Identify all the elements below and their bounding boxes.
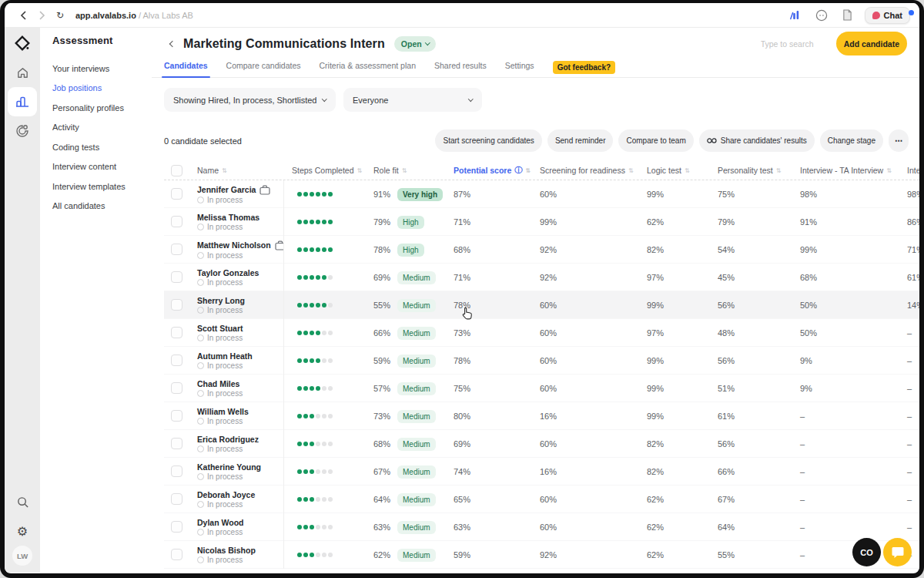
sidebar-item-all-candidates[interactable]: All candidates: [52, 197, 152, 217]
column-header-personality-test[interactable]: Personality test⇅: [711, 166, 796, 175]
feedback-badge[interactable]: Got feedback?: [553, 61, 615, 74]
potential-score-value[interactable]: 80%: [450, 412, 534, 421]
table-row[interactable]: Melissa Thomas In process 79%High 71% 99…: [164, 208, 919, 236]
potential-score-value[interactable]: 65%: [450, 495, 534, 504]
column-header-screening[interactable]: Screening for readiness⇅: [534, 166, 643, 175]
row-checkbox[interactable]: [171, 382, 182, 394]
row-checkbox[interactable]: [171, 188, 182, 200]
more-actions-button[interactable]: ⋯: [889, 129, 909, 152]
table-row[interactable]: Sherry Long In process 55%Medium 78% 60%…: [164, 291, 919, 319]
tab-criteria-assessment-plan[interactable]: Criteria & assessment plan: [320, 61, 416, 77]
change-stage-button[interactable]: Change stage: [820, 129, 883, 152]
search-icon[interactable]: [8, 487, 37, 516]
table-row[interactable]: Jennifer Garcia In process 91%Very high …: [164, 180, 919, 208]
table-row[interactable]: Scott Stuart In process 66%Medium 73% 60…: [164, 319, 919, 347]
chat-widget-fab[interactable]: [883, 538, 912, 566]
potential-score-value[interactable]: 69%: [450, 439, 534, 449]
column-header-steps[interactable]: Steps Completed⇅: [284, 166, 369, 175]
column-header-logic-test[interactable]: Logic test⇅: [643, 166, 711, 175]
potential-score-value[interactable]: 71%: [450, 217, 534, 227]
select-all-checkbox[interactable]: [171, 165, 182, 176]
start-screening-button[interactable]: Start screening candidates: [435, 129, 541, 152]
table-row[interactable]: Matthew Nicholson In process 78%High 68%…: [164, 236, 919, 264]
co-avatar-fab[interactable]: CO: [852, 538, 881, 566]
tab-bar: Candidates Compare candidates Criteria &…: [152, 58, 919, 78]
user-avatar[interactable]: LW: [12, 546, 32, 566]
potential-score-value[interactable]: 68%: [450, 245, 534, 254]
analytics-icon[interactable]: [786, 6, 805, 25]
search-input[interactable]: [761, 39, 822, 49]
sidebar-item-your-interviews[interactable]: Your interviews: [52, 59, 152, 79]
row-checkbox[interactable]: [171, 299, 182, 311]
table-row[interactable]: Dylan Wood In process 63%Medium 63% 60% …: [164, 513, 919, 541]
add-candidate-button[interactable]: Add candidate: [836, 32, 907, 55]
potential-score-value[interactable]: 78%: [450, 356, 534, 365]
info-icon[interactable]: ⓘ: [514, 165, 522, 176]
column-header-name[interactable]: Name⇅: [192, 166, 284, 175]
tab-settings[interactable]: Settings: [505, 61, 534, 77]
row-checkbox[interactable]: [171, 271, 182, 283]
sidebar-item-activity[interactable]: Activity: [52, 118, 152, 138]
integrations-icon[interactable]: [8, 116, 37, 146]
potential-score-value[interactable]: 71%: [450, 273, 534, 282]
history-icon[interactable]: [812, 6, 831, 25]
sidebar-item-coding-tests[interactable]: Coding tests: [52, 137, 152, 157]
row-checkbox[interactable]: [171, 327, 182, 338]
column-header-role-fit[interactable]: Role fit⇅: [369, 166, 450, 175]
tab-shared-results[interactable]: Shared results: [434, 61, 487, 77]
row-checkbox[interactable]: [171, 244, 182, 255]
back-icon[interactable]: [14, 6, 32, 25]
sidebar-item-personality-profiles[interactable]: Personality profiles: [52, 98, 152, 118]
settings-gear-icon[interactable]: ⚙: [8, 516, 37, 546]
screening-value: 60%: [534, 328, 643, 338]
potential-score-value[interactable]: 73%: [450, 328, 534, 338]
sidebar-item-interview-content[interactable]: Interview content: [52, 157, 152, 177]
potential-score-value[interactable]: 63%: [450, 523, 534, 532]
row-checkbox[interactable]: [171, 521, 182, 533]
potential-score-value[interactable]: 59%: [450, 550, 534, 560]
row-checkbox[interactable]: [171, 465, 182, 477]
tab-compare-candidates[interactable]: Compare candidates: [226, 61, 301, 77]
home-icon[interactable]: [8, 58, 37, 87]
forward-icon[interactable]: [32, 6, 51, 25]
table-row[interactable]: Deborah Joyce In process 64%Medium 65% 6…: [164, 486, 919, 513]
row-checkbox[interactable]: [171, 410, 182, 422]
row-checkbox[interactable]: [171, 355, 182, 366]
table-row[interactable]: William Wells In process 73%Medium 80% 1…: [164, 402, 919, 430]
table-row[interactable]: Erica Rodriguez In process 68%Medium 69%…: [164, 430, 919, 458]
row-checkbox[interactable]: [171, 216, 182, 227]
column-header-potential-score[interactable]: Potential scoreⓘ⇅: [450, 165, 534, 176]
steps-completed-dots: [288, 497, 369, 502]
people-filter-dropdown[interactable]: Everyone: [343, 88, 482, 112]
sidebar-item-job-positions[interactable]: Job positions: [52, 79, 152, 99]
potential-score-value[interactable]: 75%: [450, 384, 534, 393]
column-header-interview-ta[interactable]: Interview - TA Interview⇅: [796, 166, 902, 175]
potential-score-value[interactable]: 74%: [450, 467, 534, 476]
row-checkbox[interactable]: [171, 549, 182, 560]
back-chevron-icon[interactable]: [169, 40, 176, 46]
url-bar[interactable]: app.alvalabs.io / Alva Labs AB: [75, 11, 193, 20]
table-row[interactable]: Autumn Heath In process 59%Medium 78% 60…: [164, 347, 919, 375]
chat-button[interactable]: Chat: [865, 7, 910, 24]
status-icon: [197, 501, 204, 508]
status-badge[interactable]: Open: [394, 36, 436, 52]
candidate-status: In process: [207, 278, 243, 287]
reload-icon[interactable]: ↻: [51, 10, 69, 21]
table-row[interactable]: Chad Miles In process 57%Medium 75% 60% …: [164, 375, 919, 402]
stage-filter-dropdown[interactable]: Showing Hired, In process, Shortlisted: [164, 88, 336, 112]
compare-to-team-button[interactable]: Compare to team: [618, 129, 693, 152]
send-reminder-button[interactable]: Send reminder: [547, 129, 614, 152]
potential-score-value[interactable]: 87%: [450, 190, 534, 199]
table-row[interactable]: Nicolas Bishop In process 62%Medium 59% …: [164, 541, 919, 569]
row-checkbox[interactable]: [171, 438, 182, 449]
candidate-name: Erica Rodriguez: [197, 435, 259, 444]
row-checkbox[interactable]: [171, 493, 182, 505]
table-row[interactable]: Katherine Young In process 67%Medium 74%…: [164, 458, 919, 486]
document-icon[interactable]: [839, 6, 857, 25]
tab-candidates[interactable]: Candidates: [164, 61, 208, 77]
sidebar-item-interview-templates[interactable]: Interview templates: [52, 176, 152, 197]
column-header-interview-2[interactable]: Interview⇅: [902, 166, 919, 175]
table-row[interactable]: Taylor Gonzales In process 69%Medium 71%…: [164, 264, 919, 291]
share-results-button[interactable]: Share candidates' results: [699, 129, 815, 152]
assessment-icon[interactable]: [8, 87, 37, 116]
